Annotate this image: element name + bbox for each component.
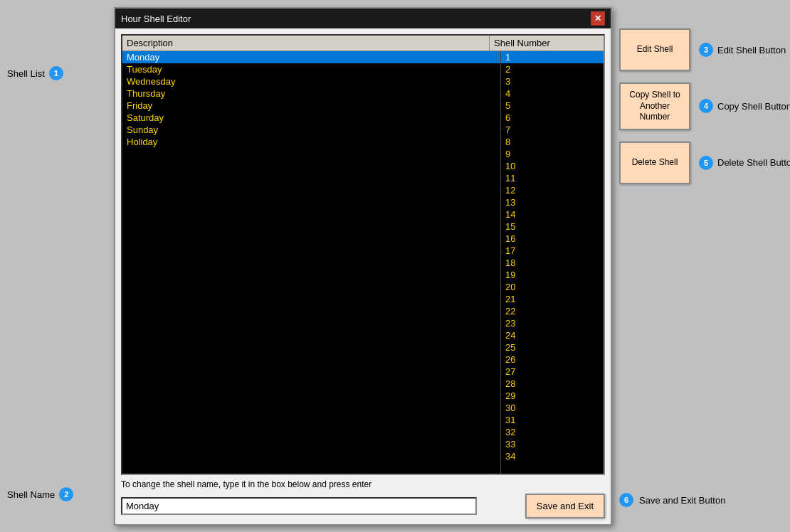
list-item-num[interactable]: 11 xyxy=(501,172,604,184)
list-item[interactable] xyxy=(122,183,500,185)
page-wrapper: Shell List 1 Shell Name 2 Hour Shell Edi… xyxy=(0,0,790,532)
dialog-content: Description Shell Number MondayTuesdayWe… xyxy=(115,28,611,524)
list-item[interactable]: Sunday xyxy=(122,124,500,136)
list-header: Description Shell Number xyxy=(122,36,604,51)
list-item-num[interactable]: 30 xyxy=(501,402,604,414)
right-panel: Edit Shell 3 Edit Shell Button Copy Shel… xyxy=(619,28,790,196)
edit-shell-button[interactable]: Edit Shell xyxy=(619,28,690,71)
list-item-num[interactable]: 4 xyxy=(501,87,604,100)
list-item-num[interactable]: 13 xyxy=(501,196,604,208)
edit-shell-ann-label: Edit Shell Button xyxy=(717,45,786,55)
close-button[interactable]: ✕ xyxy=(591,11,605,26)
list-item-num[interactable]: 9 xyxy=(501,148,604,160)
delete-shell-ann-label: Delete Shell Button xyxy=(717,157,790,168)
shell-name-input[interactable] xyxy=(121,497,477,515)
copy-shell-ann-label: Copy Shell Button xyxy=(717,101,790,112)
list-item-num[interactable]: 8 xyxy=(501,136,604,148)
dialog-titlebar: Hour Shell Editor ✕ xyxy=(115,9,611,28)
list-item[interactable]: Monday xyxy=(122,51,500,63)
delete-shell-row: Delete Shell 5 Delete Shell Button xyxy=(619,142,790,184)
edit-shell-row: Edit Shell 3 Edit Shell Button xyxy=(619,28,790,71)
list-item-num[interactable]: 5 xyxy=(501,100,604,112)
shell-list-label: Shell List xyxy=(7,68,45,79)
list-item-num[interactable]: 25 xyxy=(501,341,604,353)
list-item[interactable]: Holiday xyxy=(122,136,500,148)
list-item-num[interactable]: 12 xyxy=(501,184,604,196)
list-item-num[interactable]: 34 xyxy=(501,450,604,462)
list-item[interactable]: Thursday xyxy=(122,87,500,100)
edit-shell-badge: 3 xyxy=(699,43,713,57)
list-item[interactable]: Tuesday xyxy=(122,63,500,75)
header-shell-number: Shell Number xyxy=(490,36,604,50)
shell-name-label: Shell Name xyxy=(7,489,55,500)
save-exit-badge: 6 xyxy=(619,493,633,507)
list-item-num[interactable]: 29 xyxy=(501,390,604,402)
list-item-num[interactable]: 21 xyxy=(501,293,604,305)
list-item-num[interactable]: 17 xyxy=(501,245,604,257)
delete-shell-badge: 5 xyxy=(699,156,713,170)
shell-list-annotation: Shell List 1 xyxy=(7,66,63,80)
edit-shell-annotation: 3 Edit Shell Button xyxy=(699,43,786,57)
list-item-num[interactable]: 7 xyxy=(501,124,604,136)
list-item[interactable]: Friday xyxy=(122,100,500,112)
shell-list-container: Description Shell Number MondayTuesdayWe… xyxy=(121,34,605,475)
bottom-section: To change the shell name, type it in the… xyxy=(121,475,605,518)
list-item[interactable]: Wednesday xyxy=(122,75,500,87)
copy-shell-badge: 4 xyxy=(699,99,713,113)
list-item-num[interactable]: 10 xyxy=(501,160,604,172)
copy-shell-row: Copy Shell to Another Number 4 Copy Shel… xyxy=(619,83,790,130)
delete-shell-annotation: 5 Delete Shell Button xyxy=(699,156,790,170)
list-item-num[interactable]: 20 xyxy=(501,281,604,293)
list-item-num[interactable]: 16 xyxy=(501,233,604,245)
copy-shell-button[interactable]: Copy Shell to Another Number xyxy=(619,83,690,130)
save-section: Save and Exit xyxy=(121,494,605,518)
list-item-num[interactable]: 1 xyxy=(501,51,604,63)
hint-text: To change the shell name, type it in the… xyxy=(121,479,605,489)
list-item-num[interactable]: 31 xyxy=(501,414,604,426)
save-exit-button[interactable]: Save and Exit xyxy=(525,494,605,518)
dialog-title: Hour Shell Editor xyxy=(121,14,191,24)
list-body[interactable]: MondayTuesdayWednesdayThursdayFridaySatu… xyxy=(122,51,604,474)
list-item-num[interactable]: 18 xyxy=(501,257,604,269)
main-dialog: Hour Shell Editor ✕ Description Shell Nu… xyxy=(114,7,612,526)
list-item[interactable]: Saturday xyxy=(122,112,500,124)
list-item-num[interactable]: 33 xyxy=(501,438,604,450)
list-item-num[interactable]: 22 xyxy=(501,305,604,317)
list-item-num[interactable]: 27 xyxy=(501,366,604,378)
save-exit-annotation: 6 Save and Exit Button xyxy=(619,493,725,507)
delete-shell-button[interactable]: Delete Shell xyxy=(619,142,690,184)
list-item-num[interactable]: 19 xyxy=(501,269,604,281)
shell-name-badge: 2 xyxy=(59,487,73,501)
header-description: Description xyxy=(122,36,490,50)
shell-name-annotation: Shell Name 2 xyxy=(7,487,73,501)
list-item-num[interactable]: 2 xyxy=(501,63,604,75)
num-column: 1234567891011121314151617181920212223242… xyxy=(501,51,604,474)
desc-column: MondayTuesdayWednesdayThursdayFridaySatu… xyxy=(122,51,501,474)
list-item-num[interactable]: 3 xyxy=(501,75,604,87)
copy-shell-annotation: 4 Copy Shell Button xyxy=(699,99,790,113)
shell-list-badge: 1 xyxy=(49,66,63,80)
list-item-num[interactable]: 32 xyxy=(501,426,604,438)
list-item-num[interactable]: 15 xyxy=(501,220,604,233)
list-item-num[interactable]: 14 xyxy=(501,208,604,220)
save-exit-ann-label: Save and Exit Button xyxy=(639,495,725,506)
list-item-num[interactable]: 6 xyxy=(501,112,604,124)
list-item-num[interactable]: 28 xyxy=(501,378,604,390)
list-item-num[interactable]: 24 xyxy=(501,329,604,341)
list-item-num[interactable]: 23 xyxy=(501,317,604,329)
list-item-num[interactable]: 26 xyxy=(501,353,604,366)
